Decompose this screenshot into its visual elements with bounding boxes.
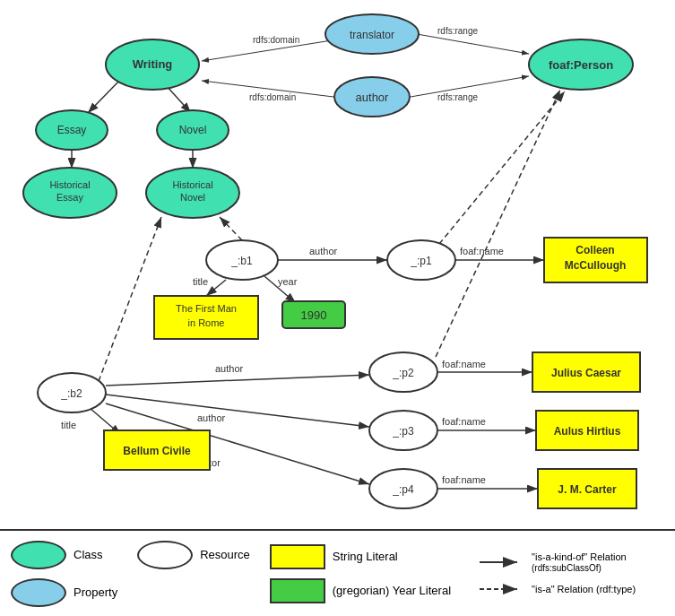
historical-essay-label1: Historical <box>49 179 90 190</box>
historical-novel-label1: Historical <box>172 179 212 190</box>
legend-solid-arrow <box>480 555 524 569</box>
p2-type-arrow <box>436 90 560 357</box>
p4-foafname-label: foaf:name <box>442 474 486 485</box>
diagram-container: rdfs:domain rdfs:domain rdfs:range rdfs:… <box>0 0 675 529</box>
p1-type-foafperson-arrow <box>439 91 565 244</box>
essay-label: Essay <box>57 124 87 136</box>
p4-label: _:p4 <box>392 483 414 496</box>
first-man-rome-label1: The First Man <box>176 303 237 314</box>
p3-foafname-label: foaf:name <box>442 416 486 427</box>
historical-novel-label2: Novel <box>180 192 205 203</box>
b2-author-p3-arrow <box>106 395 369 427</box>
translator-range-label: rdfs:range <box>437 26 478 36</box>
legend-dashed-arrow <box>480 582 524 596</box>
historical-essay-label2: Essay <box>56 192 83 203</box>
p1-foafname-label: foaf:name <box>460 246 504 256</box>
legend-relation1-item: "is-a-kind-of" Relation(rdfs:subClassOf) <box>480 551 636 573</box>
p2-foafname-label: foaf:name <box>442 359 486 369</box>
p3-label: _:p3 <box>392 425 414 438</box>
legend-resource-shape <box>137 541 193 569</box>
b2-author-p3-label: author <box>197 412 226 423</box>
p1-label: _:p1 <box>410 255 432 267</box>
author-range-label: rdfs:range <box>437 92 478 102</box>
legend-property-shape <box>11 578 66 607</box>
b2-author-p2-arrow <box>106 375 369 386</box>
legend: Class Property Resource String Literal (… <box>0 529 675 616</box>
bellum-civile-label: Bellum Civile <box>123 445 191 457</box>
legend-resource-label: Resource <box>200 548 250 561</box>
b2-type-arrow <box>99 217 161 381</box>
legend-year-label: (gregorian) Year Literal <box>333 584 451 597</box>
translator-property-label: translator <box>350 29 394 41</box>
legend-string-shape <box>270 544 325 569</box>
legend-class-shape <box>11 541 66 569</box>
legend-string-item: String Literal <box>270 544 451 569</box>
jm-carter-label: J. M. Carter <box>558 483 617 496</box>
translator-domain-label: rdfs:domain <box>253 35 299 45</box>
legend-class-label: Class <box>74 548 103 561</box>
legend-resource-item: Resource <box>137 541 250 569</box>
legend-property-item: Property <box>11 578 117 607</box>
b1-title-label: title <box>193 276 208 287</box>
b2-author-p2-label: author <box>215 363 244 374</box>
main-diagram: rdfs:domain rdfs:domain rdfs:range rdfs:… <box>0 0 675 529</box>
legend-year-shape <box>270 578 325 603</box>
b2-label: _:b2 <box>60 387 82 400</box>
author-property-label: author <box>356 91 390 104</box>
legend-relation2-item: "is-a" Relation (rdf:type) <box>480 582 636 596</box>
b1-author-label: author <box>309 246 338 256</box>
b1-type-historicalnovel-arrow <box>220 217 242 240</box>
aulus-hirtius-label: Aulus Hirtius <box>554 425 621 438</box>
legend-string-label: String Literal <box>333 550 398 563</box>
colleen-label2: McCullough <box>565 259 627 272</box>
colleen-label1: Colleen <box>575 244 614 256</box>
first-man-rome-label2: in Rome <box>188 317 225 328</box>
year-1990-label: 1990 <box>301 308 327 322</box>
b1-title-arrow <box>206 280 226 296</box>
b2-title-label: title <box>61 420 76 430</box>
author-domain-label: rdfs:domain <box>249 92 296 102</box>
foaf-person-label: foaf:Person <box>549 58 613 72</box>
p2-label: _:p2 <box>392 367 414 379</box>
writing-label: Writing <box>133 57 173 71</box>
b1-label: _:b1 <box>230 255 253 267</box>
legend-year-item: (gregorian) Year Literal <box>270 578 451 603</box>
julius-caesar-label: Julius Caesar <box>551 367 621 379</box>
legend-relation2-label: "is-a" Relation (rdf:type) <box>532 584 636 594</box>
writing-novel-arrow <box>166 85 191 113</box>
legend-property-label: Property <box>74 586 117 599</box>
translator-range-arrow <box>417 34 529 54</box>
legend-relation1-label: "is-a-kind-of" Relation(rdfs:subClassOf) <box>532 551 627 573</box>
novel-label: Novel <box>179 124 207 136</box>
legend-class-item: Class <box>11 541 117 569</box>
b1-year-label: year <box>278 276 298 287</box>
writing-essay-arrow <box>88 79 121 113</box>
